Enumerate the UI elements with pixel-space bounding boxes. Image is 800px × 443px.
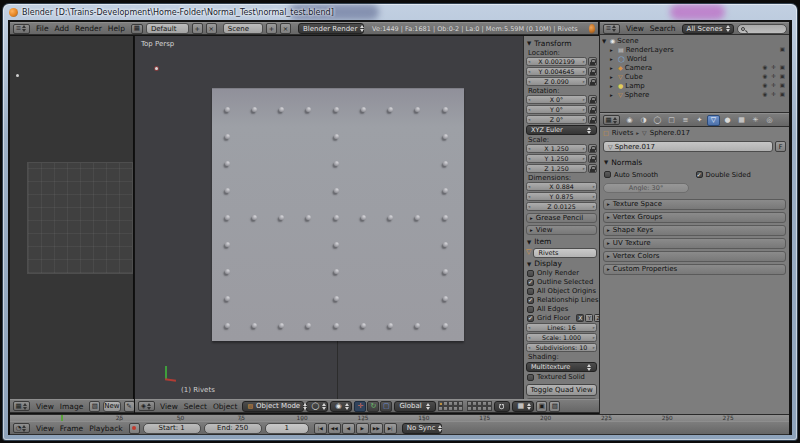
outliner-item-cube[interactable]: ▸▽Cube◉✛▣ xyxy=(602,72,787,81)
restrict-eye-icon[interactable]: ◉ xyxy=(762,74,767,80)
screen-layout-icon[interactable]: ▦ xyxy=(131,24,143,34)
number-field[interactable]: Y 0° xyxy=(526,105,587,114)
menu-image[interactable]: Image xyxy=(57,402,87,411)
tab-world[interactable]: ◯ xyxy=(651,115,664,126)
restrict-render-icon[interactable]: ▣ xyxy=(780,65,785,71)
lock-icon[interactable] xyxy=(588,67,597,76)
restrict-select-icon[interactable]: ✛ xyxy=(771,83,776,89)
tab-material[interactable]: ● xyxy=(721,115,734,126)
restrict-render-icon[interactable]: ▣ xyxy=(780,83,785,89)
opengl-render-anim-button[interactable]: ▨ xyxy=(549,401,560,412)
outliner-item-sphere[interactable]: ▸▽Sphere◉✛▣ xyxy=(602,90,787,99)
scale-manipulator-button[interactable]: ▢ xyxy=(380,401,392,412)
expand-icon[interactable]: ▸ xyxy=(610,65,616,71)
auto-smooth-checkbox[interactable] xyxy=(604,171,611,178)
tab-constraints[interactable]: ≡ xyxy=(679,115,692,126)
timeline-ruler[interactable]: 255075100125150175200225250275 xyxy=(10,414,789,421)
restrict-eye-icon[interactable]: ◉ xyxy=(762,83,767,89)
3d-viewport[interactable]: Top Persp (1) Rivets xyxy=(135,36,523,399)
image-pin-button[interactable]: ✎ xyxy=(124,401,134,412)
editor-type-button[interactable]: ≡ xyxy=(603,24,620,34)
editor-type-button[interactable]: ▦ xyxy=(603,115,620,125)
tab-physics[interactable]: ◎ xyxy=(763,115,776,126)
outliner-item-world[interactable]: ▸◯World xyxy=(602,54,787,63)
next-keyframe-button[interactable]: ▶▶ xyxy=(370,423,383,434)
opengl-render-button[interactable]: ▣ xyxy=(536,401,547,412)
number-field[interactable]: X 0.002199 xyxy=(526,57,587,66)
menu-add[interactable]: Add xyxy=(52,24,73,33)
expand-icon[interactable]: ▸ xyxy=(610,74,616,80)
shading-mode-selector[interactable]: Multitexture xyxy=(526,362,597,372)
outliner-item-scene[interactable]: ▼◉Scene xyxy=(602,36,787,45)
prev-keyframe-button[interactable]: ◀◀ xyxy=(328,423,341,434)
checkbox[interactable] xyxy=(527,270,534,277)
breadcrumb-data[interactable]: Sphere.017 xyxy=(650,129,690,137)
delete-scene-button[interactable]: × xyxy=(280,23,291,34)
outliner-filter-selector[interactable]: All Scenes xyxy=(682,24,734,34)
tab-modifiers[interactable]: ✦ xyxy=(693,115,706,126)
transform-orientation-selector[interactable]: Global xyxy=(394,401,436,412)
tab-scene[interactable]: ◑ xyxy=(637,115,650,126)
tab-object[interactable]: □ xyxy=(665,115,678,126)
number-field[interactable]: Z 0.090 xyxy=(526,77,587,86)
collapse-icon[interactable]: ▼ xyxy=(602,38,608,44)
snap-toggle-button[interactable]: Ω xyxy=(494,401,510,412)
option-only-render[interactable]: Only Render xyxy=(526,269,597,278)
restrict-render-icon[interactable]: ▣ xyxy=(780,74,785,80)
panel-grease-pencil[interactable]: ▸Grease Pencil xyxy=(526,213,597,224)
tab-particles[interactable]: ✳ xyxy=(749,115,762,126)
transform-panel-header[interactable]: ▼Transform xyxy=(526,38,597,48)
menu-view[interactable]: View xyxy=(33,402,57,411)
fake-user-button[interactable]: F xyxy=(775,141,786,152)
tab-object-data[interactable]: ▽ xyxy=(707,115,720,126)
panel-vertex-groups[interactable]: ▸Vertex Groups xyxy=(603,212,786,224)
number-field[interactable]: Y 0.004645 xyxy=(526,67,587,76)
number-field[interactable]: Lines: 16 xyxy=(526,323,597,332)
option-all-object-origins[interactable]: All Object Origins xyxy=(526,287,597,296)
expand-icon[interactable]: ▸ xyxy=(610,83,616,89)
sync-mode-selector[interactable]: No Sync xyxy=(402,423,442,434)
restrict-eye-icon[interactable]: ◉ xyxy=(762,65,767,71)
frame-end-field[interactable]: End: 250 xyxy=(204,423,262,434)
viewport-shading-selector[interactable]: ◯ xyxy=(306,401,328,412)
menu-view[interactable]: View xyxy=(157,402,181,411)
auto-keyframe-record-button[interactable] xyxy=(129,423,140,434)
number-field[interactable]: Y 0.875 xyxy=(526,192,597,201)
expand-icon[interactable]: ▸ xyxy=(610,56,616,62)
outliner-search-input[interactable] xyxy=(737,24,787,34)
lock-icon[interactable] xyxy=(588,154,597,163)
tab-render[interactable]: ◉ xyxy=(623,115,636,126)
2d-cursor[interactable] xyxy=(16,74,19,77)
checkbox[interactable] xyxy=(527,288,534,295)
double-sided-option[interactable]: ✓ Double Sided xyxy=(695,171,787,180)
browse-image-button[interactable]: ▧ xyxy=(89,401,100,412)
add-scene-button[interactable]: + xyxy=(266,23,277,34)
number-field[interactable]: Subdivisions: 10 xyxy=(526,343,597,352)
breadcrumb-object[interactable]: Rivets xyxy=(612,129,634,137)
render-engine-selector[interactable]: Blender Render xyxy=(298,23,364,34)
lock-icon[interactable] xyxy=(588,77,597,86)
title-bar[interactable]: Blender [D:\Trains-Development\Home-Fold… xyxy=(3,4,797,20)
lock-icon[interactable] xyxy=(588,57,597,66)
add-layout-button[interactable]: + xyxy=(192,23,203,34)
textured-solid-checkbox[interactable] xyxy=(527,374,534,381)
outliner-item-camera[interactable]: ▸◆Camera◉✛▣ xyxy=(602,63,787,72)
menu-file[interactable]: File xyxy=(33,24,52,33)
checkbox[interactable]: ✓ xyxy=(527,279,534,286)
scene-selector[interactable]: Scene xyxy=(223,23,263,34)
mesh-datablock-field[interactable]: ▽ Sphere.017 xyxy=(603,141,773,152)
panel-custom-properties[interactable]: ▸Custom Properties xyxy=(603,264,786,276)
lock-icon[interactable] xyxy=(588,144,597,153)
auto-smooth-angle-slider[interactable]: Angle: 30° xyxy=(603,183,689,193)
normals-panel-header[interactable]: ▼Normals xyxy=(603,157,786,167)
layer-toggle[interactable] xyxy=(438,401,443,406)
pivot-point-selector[interactable]: ◉ xyxy=(330,401,352,412)
panel-view[interactable]: ▸View xyxy=(526,225,597,236)
auto-smooth-option[interactable]: Auto Smooth xyxy=(603,171,695,180)
number-field[interactable]: X 0.884 xyxy=(526,182,597,191)
menu-playback[interactable]: Playback xyxy=(86,424,125,433)
menu-help[interactable]: Help xyxy=(105,24,128,33)
option-outline-selected[interactable]: ✓Outline Selected xyxy=(526,278,597,287)
menu-search[interactable]: Search xyxy=(647,24,679,33)
delete-layout-button[interactable]: × xyxy=(206,23,217,34)
